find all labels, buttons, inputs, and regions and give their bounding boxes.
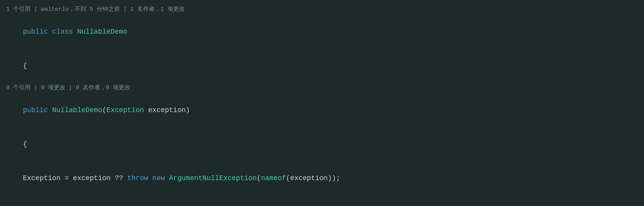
keyword-new: new bbox=[152, 174, 169, 182]
code-line-5: public NullableDemo(Exception exception) bbox=[0, 93, 644, 127]
nameof-args: (exception)); bbox=[286, 174, 340, 182]
meta-line-1: 1 个引用 | walterlv，不到 5 分钟之前 | 1 名作者，1 项更改 bbox=[0, 5, 644, 15]
exception-assign: Exception = exception ?? bbox=[23, 174, 127, 182]
keyword-throw: throw bbox=[127, 174, 152, 182]
param-name: exception) bbox=[144, 106, 190, 114]
nameof-keyword: nameof bbox=[261, 174, 286, 182]
code-line-3: { bbox=[0, 49, 644, 83]
brace-open: { bbox=[23, 62, 27, 70]
param-type: Exception bbox=[106, 106, 144, 114]
exception-class: ArgumentNullException bbox=[169, 174, 257, 182]
class-name: NullableDemo bbox=[77, 28, 128, 36]
keyword-class: class bbox=[52, 28, 77, 36]
code-line-6: { bbox=[0, 127, 644, 161]
constructor-name: NullableDemo bbox=[52, 106, 102, 114]
code-line-7: Exception = exception ?? throw new Argum… bbox=[0, 162, 644, 196]
paren-open-2: ( bbox=[257, 174, 261, 182]
code-line-2: public class NullableDemo bbox=[0, 15, 644, 49]
meta-line-4: 0 个引用 | 0 项更改 | 0 名作者，0 项更改 bbox=[0, 83, 644, 93]
paren-open: ( bbox=[102, 106, 106, 114]
keyword-public-2: public bbox=[23, 106, 52, 114]
code-line-8: } bbox=[0, 196, 644, 206]
brace-open-2: { bbox=[23, 140, 27, 148]
keyword-public: public bbox=[23, 28, 52, 36]
code-editor: 1 个引用 | walterlv，不到 5 分钟之前 | 1 名作者，1 项更改… bbox=[0, 0, 644, 206]
